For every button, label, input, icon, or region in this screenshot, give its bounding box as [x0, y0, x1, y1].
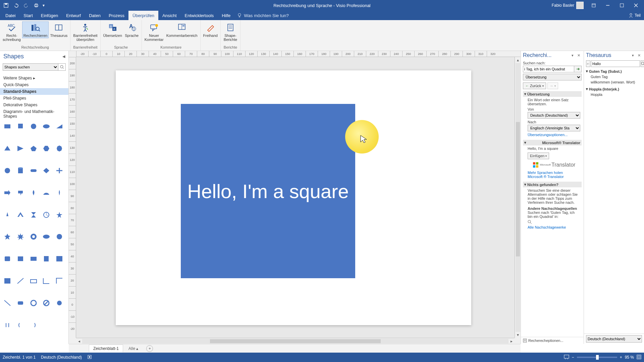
tell-me[interactable]	[237, 11, 311, 20]
shapes-search-select[interactable]: Shapes suchen	[3, 63, 58, 71]
cat-standard[interactable]: Standard-Shapes	[0, 88, 68, 95]
shape-swatch[interactable]	[42, 144, 51, 153]
shape-swatch[interactable]	[55, 277, 64, 285]
shape-swatch[interactable]	[3, 321, 12, 329]
magnifier-icon[interactable]	[528, 220, 580, 225]
shape-swatch[interactable]	[42, 211, 51, 219]
research-source-select[interactable]: Übersetzung	[523, 74, 582, 80]
shape-swatch[interactable]	[42, 233, 51, 241]
shape-swatch[interactable]	[16, 189, 25, 197]
redo-icon[interactable]	[21, 1, 31, 10]
status-lang[interactable]: Deutsch (Deutschland)	[41, 355, 82, 360]
thesaurus-button[interactable]: Thesaurus	[49, 21, 69, 38]
shape-swatch[interactable]	[29, 167, 38, 175]
shape-swatch[interactable]	[29, 233, 38, 241]
presentation-mode-icon[interactable]	[564, 355, 569, 360]
shape-swatch[interactable]	[16, 321, 25, 329]
shape-swatch[interactable]	[3, 255, 12, 263]
sheet-tab-all[interactable]: Alle ▴	[124, 345, 142, 352]
tab-ueberpruefen[interactable]: Überprüfen	[128, 11, 158, 20]
shape-swatch[interactable]	[55, 211, 64, 219]
shape-swatch[interactable]	[16, 299, 25, 307]
thes-item[interactable]: Guten Tag	[586, 74, 642, 79]
collapse-shapes-icon[interactable]: ◀	[62, 54, 65, 59]
save-icon[interactable]	[1, 1, 11, 10]
back-button[interactable]: ←Zurück▾	[523, 82, 546, 89]
research-button[interactable]: Recherchieren	[22, 21, 49, 38]
go-search-icon[interactable]	[574, 66, 582, 72]
shape-swatch[interactable]	[55, 189, 64, 197]
shape-swatch[interactable]	[3, 144, 12, 153]
shape-swatch[interactable]	[29, 122, 38, 130]
thes-lang-select[interactable]: Deutsch (Deutschland)	[586, 335, 642, 343]
shape-swatch[interactable]	[29, 211, 38, 219]
ms-translator-link[interactable]: Microsoft ® Translator	[528, 175, 564, 179]
shape-swatch[interactable]	[29, 189, 38, 197]
zoom-out-icon[interactable]: −	[572, 355, 574, 360]
shape-swatch[interactable]	[3, 122, 12, 130]
research-search-input[interactable]	[523, 66, 574, 72]
from-lang-select[interactable]: Deutsch (Deutschland)	[528, 112, 580, 119]
scroll-thumb-v[interactable]	[516, 122, 520, 256]
tab-start[interactable]: Start	[19, 11, 37, 20]
shape-swatch[interactable]	[16, 277, 25, 285]
tab-entwurf[interactable]: Entwurf	[62, 11, 85, 20]
cat-weitere[interactable]: Weitere Shapes ▸	[0, 75, 68, 81]
shape-swatch[interactable]	[55, 167, 64, 175]
scroll-up-icon[interactable]: ▴	[515, 57, 521, 63]
thes-search-icon[interactable]	[641, 60, 644, 67]
shape-swatch[interactable]	[42, 167, 51, 175]
to-lang-select[interactable]: Englisch (Vereinigte Sta	[528, 125, 580, 131]
shape-swatch[interactable]	[3, 211, 12, 219]
shape-swatch[interactable]	[16, 167, 25, 175]
shape-swatch[interactable]	[16, 255, 25, 263]
user-account[interactable]: Fabio Basler	[549, 1, 586, 10]
shape-swatch[interactable]	[16, 144, 25, 153]
cat-quick[interactable]: Quick-Shapes	[0, 81, 68, 88]
tab-entwicklertools[interactable]: Entwicklertools	[181, 11, 218, 20]
all-references-link[interactable]: Alle Nachschlagewerke	[528, 225, 566, 229]
new-comment-button[interactable]: Neuer Kommentar	[143, 21, 165, 42]
close-research-icon[interactable]: ✕	[576, 52, 582, 58]
shape-swatch[interactable]	[42, 189, 51, 197]
shape-swatch[interactable]	[29, 299, 38, 307]
tab-einfuegen[interactable]: Einfügen	[37, 11, 62, 20]
canvas-viewport[interactable]: Hello, I'm a square	[76, 57, 515, 338]
qat-customize-icon[interactable]: ▾	[42, 1, 46, 10]
shape-swatch[interactable]	[3, 167, 12, 175]
shape-swatch[interactable]	[16, 211, 25, 219]
more-languages-link[interactable]: Mehr Sprachen holen	[528, 171, 563, 175]
tab-datei[interactable]: Datei	[1, 11, 19, 20]
pane-options-icon[interactable]: ▾	[570, 52, 576, 58]
thes-back-icon[interactable]: ←	[586, 60, 590, 67]
shape-reports-button[interactable]: Shape- Berichte	[222, 21, 239, 42]
shape-swatch[interactable]	[29, 277, 38, 285]
thes-item[interactable]: willkommen (verwan. Wort)	[586, 79, 642, 85]
tab-daten[interactable]: Daten	[85, 11, 105, 20]
language-button[interactable]: A Sprache	[123, 21, 140, 38]
zoom-value[interactable]: 95 %	[625, 355, 634, 360]
shape-swatch[interactable]	[29, 255, 38, 263]
fit-window-icon[interactable]	[637, 355, 641, 360]
share-button[interactable]: Teil	[625, 11, 644, 20]
translation-options-link[interactable]: Übersetzungsoptionen...	[528, 133, 568, 137]
maximize-icon[interactable]	[615, 0, 629, 11]
shape-swatch[interactable]	[3, 233, 12, 241]
shape-swatch[interactable]	[42, 122, 51, 130]
scroll-right-icon[interactable]: ▸	[508, 338, 515, 344]
shape-swatch[interactable]	[3, 277, 12, 285]
macro-record-icon[interactable]	[87, 355, 92, 360]
close-icon[interactable]	[629, 0, 643, 11]
shape-swatch[interactable]	[42, 255, 51, 263]
zoom-slider[interactable]	[577, 357, 617, 358]
tab-hilfe[interactable]: Hilfe	[218, 11, 234, 20]
sheet-tab-1[interactable]: Zeichenblatt-1	[89, 345, 123, 352]
shape-swatch[interactable]	[55, 255, 64, 263]
pane-options-icon[interactable]: ▾	[630, 52, 636, 58]
shape-swatch[interactable]	[55, 299, 64, 307]
scroll-left-icon[interactable]: ◂	[76, 338, 82, 344]
insert-button[interactable]: Einfügen▾	[528, 153, 549, 159]
shape-swatch[interactable]	[29, 321, 38, 329]
horizontal-scrollbar[interactable]: ◂ ▸	[76, 338, 515, 344]
tab-ansicht[interactable]: Ansicht	[158, 11, 181, 20]
